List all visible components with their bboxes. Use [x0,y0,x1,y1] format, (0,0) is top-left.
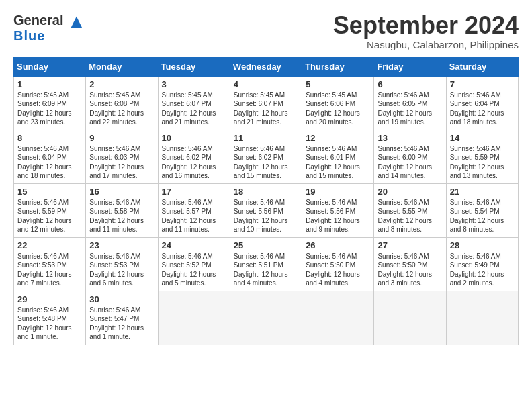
calendar-table: Sunday Monday Tuesday Wednesday Thursday… [13,57,519,345]
month-title: September 2024 [333,12,519,39]
table-row: 19Sunrise: 5:46 AMSunset: 5:56 PMDayligh… [302,183,374,237]
table-row: 3Sunrise: 5:45 AMSunset: 6:07 PMDaylight… [158,76,230,130]
table-row: 27Sunrise: 5:46 AMSunset: 5:50 PMDayligh… [374,237,446,291]
table-row: 22Sunrise: 5:46 AMSunset: 5:53 PMDayligh… [14,237,86,291]
table-row: 4Sunrise: 5:45 AMSunset: 6:07 PMDaylight… [230,76,302,130]
col-tuesday: Tuesday [158,57,230,76]
table-row: 26Sunrise: 5:46 AMSunset: 5:50 PMDayligh… [302,237,374,291]
col-wednesday: Wednesday [230,57,302,76]
table-row: 15Sunrise: 5:46 AMSunset: 5:59 PMDayligh… [14,183,86,237]
table-row: 23Sunrise: 5:46 AMSunset: 5:53 PMDayligh… [86,237,158,291]
table-row: 25Sunrise: 5:46 AMSunset: 5:51 PMDayligh… [230,237,302,291]
table-row: 18Sunrise: 5:46 AMSunset: 5:56 PMDayligh… [230,183,302,237]
logo-blue: Blue [13,28,45,44]
location: Nasugbu, Calabarzon, Philippines [333,39,519,50]
page-container: General ▲ Blue September 2024 Nasugbu, C… [0,0,532,352]
header: General ▲ Blue September 2024 Nasugbu, C… [13,12,519,50]
col-thursday: Thursday [302,57,374,76]
table-row [374,291,446,345]
col-sunday: Sunday [14,57,86,76]
table-row: 10Sunrise: 5:46 AMSunset: 6:02 PMDayligh… [158,130,230,183]
table-row: 9Sunrise: 5:46 AMSunset: 6:03 PMDaylight… [86,130,158,183]
table-row: 6Sunrise: 5:46 AMSunset: 6:05 PMDaylight… [374,76,446,130]
table-row: 16Sunrise: 5:46 AMSunset: 5:58 PMDayligh… [86,183,158,237]
table-row: 17Sunrise: 5:46 AMSunset: 5:57 PMDayligh… [158,183,230,237]
table-row: 24Sunrise: 5:46 AMSunset: 5:52 PMDayligh… [158,237,230,291]
table-row: 29Sunrise: 5:46 AMSunset: 5:48 PMDayligh… [14,291,86,345]
table-row: 2Sunrise: 5:45 AMSunset: 6:08 PMDaylight… [86,76,158,130]
table-row: 13Sunrise: 5:46 AMSunset: 6:00 PMDayligh… [374,130,446,183]
table-row: 12Sunrise: 5:46 AMSunset: 6:01 PMDayligh… [302,130,374,183]
table-row: 7Sunrise: 5:46 AMSunset: 6:04 PMDaylight… [446,76,518,130]
table-row: 28Sunrise: 5:46 AMSunset: 5:49 PMDayligh… [446,237,518,291]
table-row: 11Sunrise: 5:46 AMSunset: 6:02 PMDayligh… [230,130,302,183]
table-row [230,291,302,345]
table-row [158,291,230,345]
col-saturday: Saturday [446,57,518,76]
table-row: 30Sunrise: 5:46 AMSunset: 5:47 PMDayligh… [86,291,158,345]
table-row: 1Sunrise: 5:45 AMSunset: 6:09 PMDaylight… [14,76,86,130]
table-row: 14Sunrise: 5:46 AMSunset: 5:59 PMDayligh… [446,130,518,183]
col-monday: Monday [86,57,158,76]
table-row [302,291,374,345]
logo: General ▲ Blue [13,12,86,44]
table-row [446,291,518,345]
table-row: 20Sunrise: 5:46 AMSunset: 5:55 PMDayligh… [374,183,446,237]
table-row: 21Sunrise: 5:46 AMSunset: 5:54 PMDayligh… [446,183,518,237]
table-row: 5Sunrise: 5:45 AMSunset: 6:06 PMDaylight… [302,76,374,130]
table-row: 8Sunrise: 5:46 AMSunset: 6:04 PMDaylight… [14,130,86,183]
col-friday: Friday [374,57,446,76]
title-block: September 2024 Nasugbu, Calabarzon, Phil… [333,12,519,50]
